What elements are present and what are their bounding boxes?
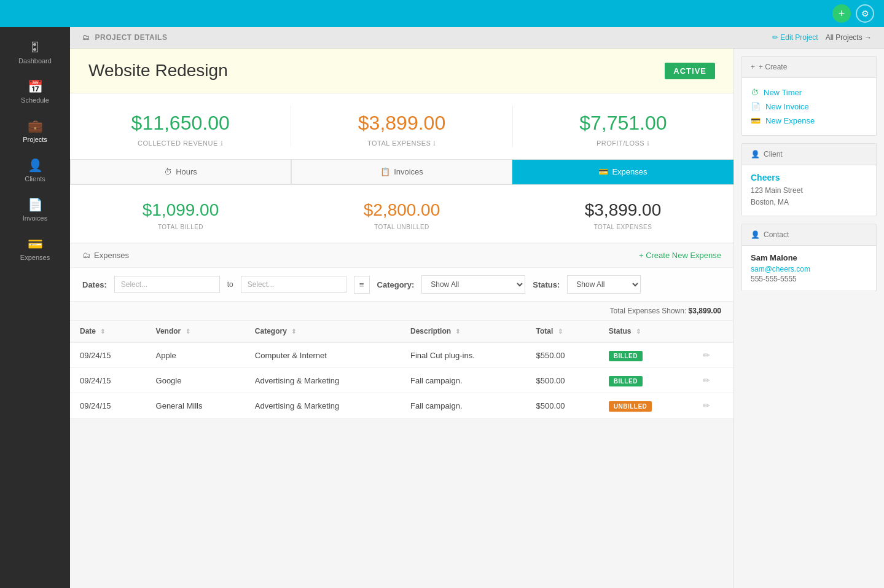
sub-stat-total-amount: $3,899.00 (512, 200, 733, 220)
sort-icon-date: ⇕ (100, 328, 105, 335)
sidebar-item-clients[interactable]: 👤 Clients (0, 151, 70, 190)
col-description[interactable]: Description ⇕ (401, 321, 526, 342)
sidebar: 🎛 Dashboard 📅 Schedule 💼 Projects 👤 Clie… (0, 27, 70, 588)
cell-date: 09/24/15 (70, 368, 146, 393)
total-expenses-label: TOTAL EXPENSES ℹ (303, 139, 499, 147)
sidebar-item-expenses[interactable]: 💳 Expenses (0, 229, 70, 269)
sidebar-item-schedule[interactable]: 📅 Schedule (0, 72, 70, 111)
category-select[interactable]: Show All Computer & Internet Advertising… (421, 275, 525, 294)
edit-project-link[interactable]: ✏ Edit Project (772, 33, 818, 42)
edit-icon[interactable]: ✏ (703, 401, 710, 410)
create-card: + + Create ⏱ New Timer 📄 New Invoice (741, 56, 877, 136)
create-header-icon: + (751, 63, 755, 71)
sidebar-item-dashboard[interactable]: 🎛 Dashboard (0, 33, 70, 72)
totals-row-info: Total Expenses Shown: $3,899.00 (70, 302, 733, 321)
sub-stat-billed-amount: $1,099.00 (70, 200, 291, 220)
edit-icon[interactable]: ✏ (703, 375, 710, 385)
date-from-input[interactable] (114, 276, 220, 293)
create-expense-link[interactable]: + Create New Expense (639, 251, 721, 260)
new-invoice-icon: 📄 (751, 102, 761, 111)
contact-email[interactable]: sam@cheers.com (751, 265, 867, 273)
expenses-tbody: 09/24/15 Apple Computer & Internet Final… (70, 342, 733, 418)
date-to-label: to (227, 280, 233, 289)
info-icon-expenses: ℹ (433, 140, 436, 147)
sub-stats-row: $1,099.00 TOTAL BILLED $2,800.00 TOTAL U… (70, 185, 733, 243)
sort-icon-status: ⇕ (636, 328, 641, 335)
project-title-bar: Website Redesign ACTIVE (70, 49, 733, 93)
sub-stat-total: $3,899.00 TOTAL EXPENSES (512, 200, 733, 230)
new-expense-icon: 💳 (751, 116, 761, 125)
info-icon-profit: ℹ (647, 140, 650, 147)
sort-icon-total: ⇕ (558, 328, 563, 335)
sort-icon-category: ⇕ (291, 328, 296, 335)
right-sidebar: + + Create ⏱ New Timer 📄 New Invoice (733, 49, 884, 588)
tab-hours[interactable]: ⏱ Hours (70, 160, 291, 184)
stat-total-expenses: $3,899.00 TOTAL EXPENSES ℹ (291, 93, 512, 159)
contact-phone: 555-555-5555 (751, 275, 867, 283)
new-invoice-link[interactable]: 📄 New Invoice (751, 100, 867, 114)
invoice-tab-icon: 📋 (380, 167, 390, 176)
cell-edit[interactable]: ✏ (693, 342, 733, 368)
collected-revenue-amount: $11,650.00 (82, 112, 278, 135)
topbar: + ⚙ (0, 0, 884, 27)
client-name[interactable]: Cheers (751, 173, 867, 182)
client-card-body: Cheers 123 Main Street Boston, MA (742, 165, 876, 216)
col-status[interactable]: Status ⇕ (599, 321, 693, 342)
add-button[interactable]: + (832, 4, 851, 23)
unbilled-badge: UNBILLED (609, 401, 652, 412)
date-filter-icon-btn[interactable]: ≡ (354, 276, 370, 294)
sub-stat-billed: $1,099.00 TOTAL BILLED (70, 200, 291, 230)
edit-icon[interactable]: ✏ (703, 350, 710, 360)
gear-button[interactable]: ⚙ (856, 4, 874, 23)
cell-status: BILLED (599, 368, 693, 393)
info-icon-revenue: ℹ (221, 140, 224, 147)
tab-invoices[interactable]: 📋 Invoices (291, 160, 512, 184)
stat-collected-revenue: $11,650.00 COLLECTED REVENUE ℹ (70, 93, 291, 159)
cell-total: $500.00 (526, 368, 599, 393)
sub-stat-unbilled: $2,800.00 TOTAL UNBILLED (291, 200, 512, 230)
date-to-input[interactable] (241, 276, 346, 293)
status-label: Status: (533, 280, 560, 289)
clock-icon: ⏱ (164, 167, 172, 176)
sort-icon-vendor: ⇕ (186, 328, 190, 335)
new-timer-link[interactable]: ⏱ New Timer (751, 85, 867, 100)
status-select[interactable]: Show All Billed Unbilled (567, 275, 641, 294)
cell-vendor: Google (146, 368, 245, 393)
client-header-icon: 👤 (751, 150, 760, 159)
cell-status: BILLED (599, 342, 693, 368)
category-label: Category: (377, 280, 415, 289)
clients-icon: 👤 (28, 158, 43, 173)
create-card-header: + + Create (742, 57, 876, 78)
col-date[interactable]: Date ⇕ (70, 321, 146, 342)
table-row: 09/24/15 Apple Computer & Internet Final… (70, 342, 733, 368)
col-vendor[interactable]: Vendor ⇕ (146, 321, 245, 342)
sub-stat-total-label: TOTAL EXPENSES (512, 224, 733, 230)
sidebar-item-projects[interactable]: 💼 Projects (0, 111, 70, 151)
cell-total: $500.00 (526, 393, 599, 418)
cell-edit[interactable]: ✏ (693, 368, 733, 393)
new-expense-link[interactable]: 💳 New Expense (751, 114, 867, 128)
projects-icon: 💼 (28, 119, 43, 133)
all-projects-link[interactable]: All Projects → (826, 33, 872, 42)
expenses-header: 🗂 Expenses + Create New Expense (70, 243, 733, 268)
col-category[interactable]: Category ⇕ (245, 321, 401, 342)
filter-row: Dates: to ≡ Category: Show All Computer … (70, 268, 733, 302)
content-area: 🗂 PROJECT DETAILS ✏ Edit Project All Pro… (70, 27, 884, 588)
topbar-actions: + ⚙ (832, 4, 874, 23)
sub-stat-unbilled-amount: $2,800.00 (291, 200, 512, 220)
collected-revenue-label: COLLECTED REVENUE ℹ (82, 139, 278, 147)
sidebar-item-invoices[interactable]: 📄 Invoices (0, 190, 70, 229)
cell-category: Advertising & Marketing (245, 393, 401, 418)
profit-loss-label: PROFIT/LOSS ℹ (525, 139, 721, 147)
contact-name: Sam Malone (751, 253, 867, 262)
cell-date: 09/24/15 (70, 393, 146, 418)
tabs-row: ⏱ Hours 📋 Invoices 💳 Expenses (70, 160, 733, 185)
cell-total: $550.00 (526, 342, 599, 368)
cell-description: Fall campaign. (401, 368, 526, 393)
cell-edit[interactable]: ✏ (693, 393, 733, 418)
tab-expenses[interactable]: 💳 Expenses (512, 160, 733, 184)
col-actions (693, 321, 733, 342)
expenses-icon: 💳 (28, 237, 43, 251)
page-header-right: ✏ Edit Project All Projects → (772, 33, 872, 42)
col-total[interactable]: Total ⇕ (526, 321, 599, 342)
